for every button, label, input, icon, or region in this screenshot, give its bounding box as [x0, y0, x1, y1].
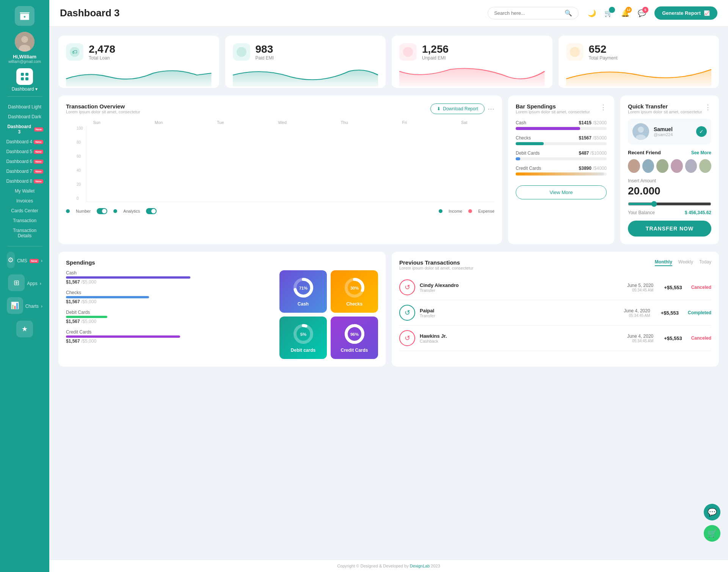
chat-icon-btn[interactable]: 💬 5: [635, 6, 649, 20]
star-icon-btn[interactable]: ★: [16, 321, 33, 337]
donut-checks[interactable]: 30% Checks: [331, 270, 378, 313]
friend-avatar-2[interactable]: [642, 159, 654, 173]
sidebar-item-dashboard5[interactable]: Dashboard 5 New: [3, 147, 46, 157]
svg-text:96%: 96%: [350, 332, 358, 337]
balance-value: $ 456,345.62: [685, 210, 711, 215]
quick-transfer-title: Quick Transfer: [628, 103, 702, 110]
generate-report-button[interactable]: Generate Report 📈: [654, 6, 717, 20]
tab-today[interactable]: Today: [699, 259, 711, 266]
svg-point-10: [403, 47, 413, 57]
prev-tx-title: Previous Transactions: [399, 259, 474, 266]
search-input[interactable]: [494, 10, 562, 16]
dashboard-label[interactable]: Dashboard ▾: [12, 86, 38, 92]
tx-row-2: ↺ Paipal Transfer June 4, 2020 05:34:45 …: [399, 300, 711, 326]
total-loan-icon: 🏷: [66, 43, 83, 61]
total-loan-value: 2,478: [89, 43, 115, 55]
bar-spendings-title: Bar Spendings: [516, 103, 590, 110]
sidebar-item-transaction-details[interactable]: Transaction Details: [3, 226, 46, 241]
sidebar-item-dashboard-dark[interactable]: Dashboard Dark: [3, 112, 46, 122]
sidebar-cms[interactable]: ⚙ CMS New ›: [3, 249, 46, 272]
svg-point-1: [21, 36, 28, 43]
sidebar-item-transaction[interactable]: Transaction: [3, 216, 46, 226]
friend-avatars: [628, 159, 711, 173]
cms-icon[interactable]: ⚙: [7, 252, 15, 268]
donut-cash[interactable]: 71% Cash: [279, 270, 327, 313]
search-icon: 🔍: [565, 9, 572, 17]
stat-card-unpaid-emi: 1,256 Unpaid EMI: [392, 36, 552, 88]
apps-icon[interactable]: ⊞: [8, 274, 25, 291]
fab-cart[interactable]: 🛒: [704, 525, 720, 542]
paid-emi-icon: [233, 43, 250, 61]
sidebar-item-dashboard4[interactable]: Dashboard 4 New: [3, 137, 46, 147]
chart-legend-left: Number Analytics: [66, 208, 157, 214]
view-more-button[interactable]: View More: [516, 185, 607, 199]
chart-icon: 📈: [704, 10, 710, 16]
svg-text:30%: 30%: [350, 286, 358, 290]
sidebar-item-dashboard3[interactable]: Dashboard 3 New: [3, 122, 46, 137]
transfer-user-handle: @sam224: [654, 132, 673, 137]
sidebar: Hi,William william@gmail.com Dashboard ▾…: [0, 0, 49, 572]
prev-tx-subtitle: Lorem ipsum dolor sit amet, consectetur: [399, 266, 474, 270]
sidebar-charts[interactable]: 📊 Charts ›: [3, 295, 46, 318]
moon-icon-btn[interactable]: 🌙: [585, 6, 599, 20]
bar-spendings-subtitle: Lorem ipsum dolor sit amet, consectetur: [516, 110, 590, 114]
spending-item-checks: Checks $1,567 /$5,000: [66, 290, 273, 304]
tab-monthly[interactable]: Monthly: [655, 259, 672, 266]
spending-row-debit: Debit Cards $487 /$10000: [516, 150, 607, 160]
content-area: 🏷 2,478 Total Loan: [49, 27, 728, 559]
tab-weekly[interactable]: Weekly: [678, 259, 693, 266]
paid-emi-value: 983: [256, 43, 274, 55]
friend-avatar-6[interactable]: [699, 159, 711, 173]
friend-avatar-3[interactable]: [656, 159, 668, 173]
number-toggle[interactable]: [97, 208, 107, 214]
spendings-list: Cash $1,567 /$5,000 Checks $1,567 /$5,00…: [66, 270, 273, 359]
transaction-overview-card: Transaction Overview Lorem ipsum dolor s…: [58, 96, 502, 244]
footer-brand-link[interactable]: DexignLab: [410, 564, 430, 568]
transaction-overview-title: Transaction Overview: [66, 103, 140, 110]
sidebar-apps[interactable]: ⊞ Apps ›: [3, 272, 46, 295]
transfer-user-avatar: [632, 123, 649, 140]
tx-icon-2: ↺: [399, 305, 415, 321]
more-options-icon-transfer[interactable]: ⋮: [704, 103, 711, 111]
sidebar-item-dashboard6[interactable]: Dashboard 6 New: [3, 157, 46, 166]
more-options-icon[interactable]: ⋯: [488, 105, 494, 113]
friend-avatar-1[interactable]: [628, 159, 640, 173]
bar-spendings-card: Bar Spendings Lorem ipsum dolor sit amet…: [508, 96, 614, 244]
see-more-link[interactable]: See More: [691, 150, 711, 155]
more-options-icon-spendings[interactable]: ⋮: [600, 103, 607, 111]
stat-card-total-payment: 652 Total Payment: [559, 36, 719, 88]
avatar: [15, 32, 35, 52]
friend-avatar-5[interactable]: [685, 159, 697, 173]
fab-support[interactable]: 💬: [704, 504, 720, 520]
sidebar-item-cards[interactable]: Cards Center: [3, 206, 46, 216]
charts-row: Transaction Overview Lorem ipsum dolor s…: [58, 96, 719, 244]
sidebar-logo[interactable]: [15, 6, 35, 26]
analytics-toggle[interactable]: [146, 208, 157, 214]
cart-icon-btn[interactable]: 🛒: [601, 6, 616, 20]
tx-row-3: ↺ Hawkins Jr. Cashback June 4, 2020 05:3…: [399, 326, 711, 351]
sidebar-item-mywallet[interactable]: My Wallet: [3, 186, 46, 196]
chevron-down-icon: ▾: [35, 86, 38, 92]
sidebar-item-dashboard7[interactable]: Dashboard 7 New: [3, 166, 46, 176]
sidebar-item-invoices[interactable]: Invoices: [3, 196, 46, 206]
sidebar-item-dashboard8[interactable]: Dashboard 8 New: [3, 176, 46, 186]
donut-credit[interactable]: 96% Credit Cards: [331, 317, 378, 359]
transfer-user-card[interactable]: Samuel @sam224 ✓: [628, 119, 711, 144]
bell-icon-btn[interactable]: 🔔 12: [618, 6, 632, 20]
search-bar[interactable]: 🔍: [488, 7, 579, 19]
friend-avatar-4[interactable]: [671, 159, 683, 173]
donut-debit[interactable]: 5% Debit cards: [279, 317, 327, 359]
sidebar-item-dashboard-light[interactable]: Dashboard Light: [3, 102, 46, 112]
sidebar-username: Hi,William: [13, 54, 36, 60]
dashboard-icon[interactable]: [16, 68, 33, 85]
spending-row-credit: Credit Cards $3890 /$4000: [516, 166, 607, 176]
transfer-now-button[interactable]: TRANSFER NOW: [628, 221, 711, 237]
paid-emi-label: Paid EMI: [256, 55, 274, 61]
page-title: Dashboard 3: [60, 7, 488, 19]
tx-icon-1: ↺: [399, 279, 415, 295]
charts-icon[interactable]: 📊: [7, 297, 23, 314]
bottom-row: Spendings Cash $1,567 /$5,000 Checks $1,…: [58, 252, 719, 367]
spendings-title: Spendings: [66, 259, 378, 266]
download-report-button[interactable]: ⬇ Download Report: [430, 103, 485, 114]
amount-slider[interactable]: [628, 201, 711, 207]
